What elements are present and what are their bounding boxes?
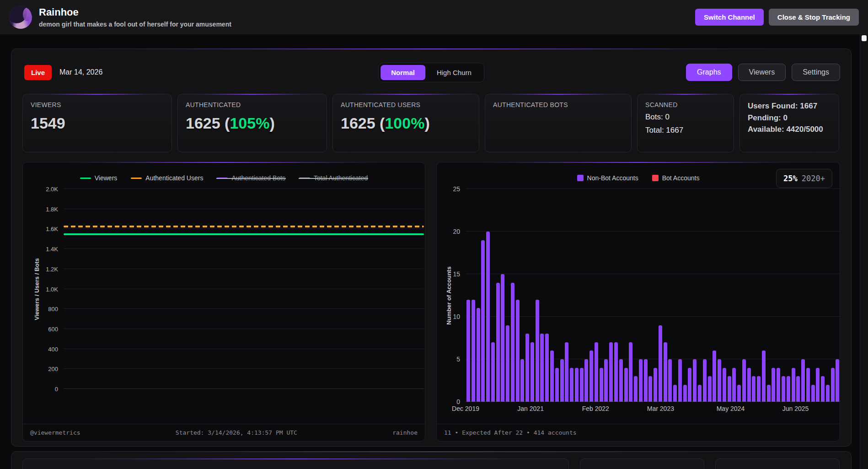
y-tick-label: 2.0K xyxy=(46,186,58,193)
viewer-chart-footer: @viewermetrics Started: 3/14/2026, 4:13:… xyxy=(23,424,425,441)
app-header: Rainhoe demon girl that makes a fool out… xyxy=(0,0,868,34)
account-bar xyxy=(520,359,524,402)
account-bar xyxy=(565,342,568,402)
stat-label: SCANNED xyxy=(645,101,726,108)
total-authenticated-line-swatch xyxy=(299,178,310,179)
account-bar xyxy=(816,368,820,402)
y-tick-label: 20 xyxy=(453,228,460,235)
y-tick-label: 400 xyxy=(48,345,58,352)
account-bar xyxy=(648,376,652,402)
gridline xyxy=(64,289,424,289)
account-bar xyxy=(472,300,475,402)
account-bar xyxy=(782,376,785,402)
accounts-chart-x-axis: Dec 2019Jan 2021Feb 2022Mar 2023May 2024… xyxy=(466,402,841,415)
y-tick-label: 0 xyxy=(456,398,460,405)
channel-tagline: demon girl that makes a fool out of hers… xyxy=(39,21,231,28)
account-bar xyxy=(728,376,731,402)
account-bar xyxy=(737,385,741,402)
y-tick-label: 10 xyxy=(453,313,460,320)
account-bar xyxy=(718,359,721,402)
legend-item-bot-accounts[interactable]: Bot Accounts xyxy=(652,174,700,182)
account-bar xyxy=(639,359,643,402)
legend-item-authenticated-users[interactable]: Authenticated Users xyxy=(131,174,203,182)
mode-high-churn-button[interactable]: High Churn xyxy=(426,65,482,80)
account-bar xyxy=(772,368,775,402)
secondary-card-1 xyxy=(580,458,704,469)
footer-account-summary: 11 • Expected After 22 • 414 accounts xyxy=(444,429,577,436)
account-bar xyxy=(560,359,564,402)
viewers-line-swatch xyxy=(80,178,91,179)
gridline xyxy=(64,269,424,269)
footer-channel-login: rainhoe xyxy=(392,429,418,436)
mode-normal-button[interactable]: Normal xyxy=(380,65,425,80)
account-bar xyxy=(654,368,657,402)
scrollbar-thumb[interactable] xyxy=(862,35,867,41)
account-bar xyxy=(787,376,790,402)
tab-viewers[interactable]: Viewers xyxy=(738,64,786,81)
badge-percent: 25% xyxy=(783,174,798,183)
close-stop-tracking-button[interactable]: Close & Stop Tracking xyxy=(769,9,859,26)
x-tick-label: Mar 2023 xyxy=(647,405,674,412)
stat-card-authenticated: AUTHENTICATED 1625 (105%) xyxy=(177,94,327,152)
x-tick-label: Dec 2019 xyxy=(452,405,479,412)
view-tabs: Graphs Viewers Settings xyxy=(686,64,840,81)
scanned-total: Total: 1667 xyxy=(645,126,726,135)
account-bar xyxy=(619,359,623,402)
account-bar xyxy=(580,368,584,402)
stat-value: 1549 xyxy=(31,114,164,132)
account-bar xyxy=(644,359,648,402)
stream-date: Mar 14, 2026 xyxy=(59,68,102,76)
account-bar xyxy=(545,334,549,402)
quota-pending: Pending: 0 xyxy=(748,112,831,124)
account-bar xyxy=(555,368,559,402)
account-bar xyxy=(703,359,707,402)
account-bar xyxy=(683,385,687,402)
gridline xyxy=(64,368,424,369)
mode-toggle: Normal High Churn xyxy=(378,63,484,82)
viewer-chart-panel: Viewers Authenticated Users Authenticate… xyxy=(22,162,425,442)
tab-graphs[interactable]: Graphs xyxy=(686,64,732,81)
account-bar xyxy=(624,368,628,402)
account-bar xyxy=(708,376,712,402)
non-bot-accounts-swatch xyxy=(577,175,584,181)
gridline xyxy=(64,349,424,349)
legend-item-non-bot-accounts[interactable]: Non-Bot Accounts xyxy=(577,174,638,182)
legend-item-viewers[interactable]: Viewers xyxy=(80,174,118,182)
legend-item-authenticated-bots[interactable]: Authenticated Bots xyxy=(217,174,285,182)
account-bar xyxy=(609,342,613,402)
account-bar xyxy=(668,359,672,402)
x-tick-label: Feb 2022 xyxy=(582,405,609,412)
y-tick-label: 1.6K xyxy=(46,226,58,232)
authenticated-users-line xyxy=(64,226,424,227)
account-bar xyxy=(491,342,495,402)
y-tick-label: 1.2K xyxy=(46,265,58,272)
account-bar xyxy=(477,308,480,402)
account-bar xyxy=(693,359,697,402)
account-bar xyxy=(767,385,771,402)
scrollbar-track[interactable] xyxy=(860,34,868,469)
account-bar xyxy=(831,368,835,402)
channel-avatar xyxy=(9,6,32,29)
account-bar xyxy=(511,283,514,402)
accounts-chart-y-axis-title: Number of Accounts xyxy=(445,266,452,324)
legend-item-total-authenticated[interactable]: Total Authenticated xyxy=(299,174,368,182)
account-bar xyxy=(525,334,529,402)
switch-channel-button[interactable]: Switch Channel xyxy=(695,9,764,26)
scanned-bots: Bots: 0 xyxy=(645,113,726,122)
secondary-cards-row xyxy=(22,458,840,469)
account-bar xyxy=(595,342,598,402)
stat-card-authenticated-bots: AUTHENTICATED BOTS xyxy=(485,94,632,152)
stat-label: VIEWERS xyxy=(31,101,164,108)
gridline xyxy=(64,189,424,189)
secondary-wide-card xyxy=(22,458,569,469)
tab-settings[interactable]: Settings xyxy=(792,64,840,81)
secondary-section-panel xyxy=(11,451,852,469)
dashboard-panel: Live Mar 14, 2026 Normal High Churn Grap… xyxy=(11,49,852,447)
y-tick-label: 600 xyxy=(48,325,58,332)
accounts-chart-panel: Non-Bot Accounts Bot Accounts 25% 2020+ … xyxy=(436,162,840,442)
y-tick-label: 15 xyxy=(453,270,460,278)
account-bar xyxy=(604,359,608,402)
account-bar xyxy=(600,368,603,402)
stat-label: AUTHENTICATED BOTS xyxy=(493,101,623,108)
footer-watermark: @viewermetrics xyxy=(30,429,80,436)
